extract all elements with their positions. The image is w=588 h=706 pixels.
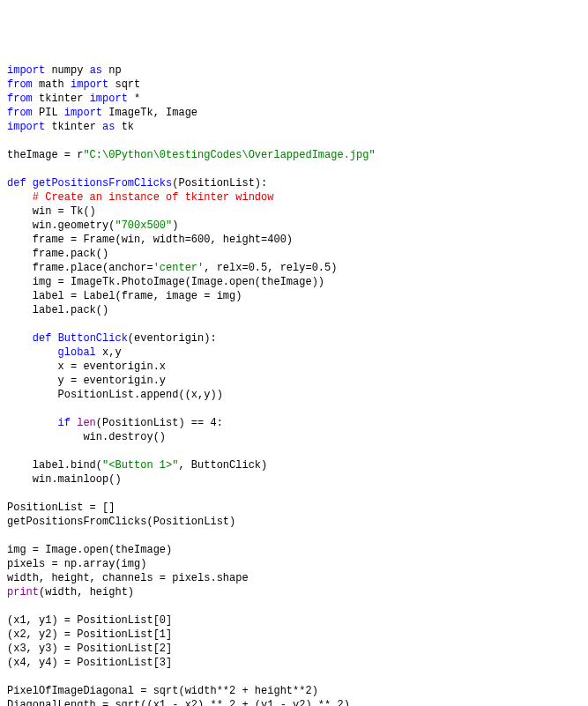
tok: y = eventorigin.y [58, 375, 166, 387]
code-line: DiagonalLength = sqrt((x1 - x2) ** 2 + (… [7, 699, 350, 706]
builtin-len: len [77, 417, 96, 429]
tok: tkinter [51, 121, 95, 133]
tok: sqrt [115, 78, 140, 91]
tok: x = eventorigin.x [58, 360, 166, 373]
tok: pixels = np.array(img) [7, 558, 146, 570]
tok: numpy [51, 64, 83, 77]
tok: frame.place(anchor= [33, 262, 153, 274]
kw-import: import [7, 64, 45, 77]
code-line: PositionList.append((x,y)) [7, 389, 223, 401]
code-line: PixelOfImageDiagonal = sqrt(width**2 + h… [7, 685, 318, 697]
code-line: x = eventorigin.x [7, 360, 166, 373]
tok: (width, height) [39, 586, 134, 598]
code-line: print(width, height) [7, 586, 134, 598]
tok: label.pack() [33, 304, 108, 316]
kw-if: if [58, 417, 71, 429]
code-line: from PIL import ImageTk, Image [7, 107, 197, 119]
code-line: (x4, y4) = PositionList[3] [7, 657, 172, 669]
code-line: win.mainloop() [7, 473, 122, 486]
tok: frame = Frame(win, width=600, height=400… [33, 234, 293, 246]
tok: tk [122, 121, 134, 133]
code-line: win.geometry("700x500") [7, 219, 178, 232]
code-line: from tkinter import * [7, 93, 140, 105]
kw-global: global [58, 346, 96, 359]
tok: , relx=0.5, rely=0.5) [204, 262, 337, 274]
kw-import: import [90, 93, 128, 105]
tok: ) [172, 219, 178, 232]
code-line: def ButtonClick(eventorigin): [7, 332, 217, 345]
fn-name: getPositionsFromClicks [33, 177, 172, 190]
comment: # Create an instance of tkinter window [33, 191, 274, 204]
code-line: win.destroy() [7, 431, 166, 443]
code-line: from math import sqrt [7, 78, 140, 91]
code-line: frame.place(anchor='center', relx=0.5, r… [7, 262, 337, 274]
code-line: img = Image.open(theImage) [7, 544, 172, 556]
code-line: (x1, y1) = PositionList[0] [7, 614, 172, 627]
tok: PIL [39, 107, 58, 119]
code-line: (x3, y3) = PositionList[2] [7, 643, 172, 655]
builtin-print: print [7, 586, 39, 598]
code-line: import tkinter as tk [7, 121, 134, 133]
string-literal: "C:\0Python\0testingCodes\OverlappedImag… [83, 149, 375, 161]
fn-name: ButtonClick [58, 332, 128, 345]
code-line: frame = Frame(win, width=600, height=400… [7, 234, 293, 246]
tok: (eventorigin): [128, 332, 217, 345]
kw-as: as [102, 121, 115, 133]
tok: , ButtonClick) [178, 459, 267, 472]
code-line: PositionList = [] [7, 502, 115, 514]
code-line: label = Label(frame, image = img) [7, 290, 242, 302]
code-block: import numpy as np from math import sqrt… [7, 63, 581, 706]
tok: DiagonalLength = sqrt((x1 - x2) ** 2 + (… [7, 699, 350, 706]
code-line: pixels = np.array(img) [7, 558, 146, 570]
code-line: label.bind("<Button 1>", ButtonClick) [7, 459, 267, 472]
kw-from: from [7, 78, 33, 91]
kw-import: import [71, 78, 108, 91]
kw-import: import [7, 121, 45, 133]
tok: PositionList = [] [7, 502, 115, 514]
tok: getPositionsFromClicks(PositionList) [7, 516, 235, 528]
tok: ImageTk, Image [108, 107, 197, 119]
code-line: # Create an instance of tkinter window [7, 191, 273, 204]
code-line: width, height, channels = pixels.shape [7, 572, 249, 584]
kw-import: import [64, 107, 102, 119]
tok: label.bind( [33, 459, 102, 472]
code-line: getPositionsFromClicks(PositionList) [7, 516, 235, 528]
tok: PixelOfImageDiagonal = sqrt(width**2 + h… [7, 685, 318, 697]
code-line: def getPositionsFromClicks(PositionList)… [7, 177, 267, 190]
tok: img = Image.open(theImage) [7, 544, 172, 556]
kw-from: from [7, 93, 33, 105]
tok: (x4, y4) = PositionList[3] [7, 657, 172, 669]
tok: tkinter [39, 93, 83, 105]
code-line: import numpy as np [7, 64, 122, 77]
code-line: label.pack() [7, 304, 108, 316]
tok: (PositionList) == 4: [96, 417, 223, 429]
tok: (x3, y3) = PositionList[2] [7, 643, 172, 655]
tok: win.destroy() [83, 431, 166, 443]
kw-as: as [90, 64, 102, 77]
tok: np [108, 64, 121, 77]
code-line: theImage = r"C:\0Python\0testingCodes\Ov… [7, 149, 376, 161]
tok: frame.pack() [33, 248, 108, 260]
tok: win.mainloop() [33, 473, 122, 486]
tok: x,y [96, 346, 122, 359]
string-literal: 'center' [153, 262, 205, 274]
code-line: y = eventorigin.y [7, 375, 166, 387]
tok: width, height, channels = pixels.shape [7, 572, 249, 584]
tok: win.geometry( [33, 219, 115, 232]
tok: label = Label(frame, image = img) [33, 290, 242, 302]
tok: PositionList.append((x,y)) [58, 389, 223, 401]
kw-def: def [33, 332, 52, 345]
tok: * [134, 93, 140, 105]
kw-def: def [7, 177, 26, 190]
string-literal: "700x500" [115, 219, 172, 232]
code-line: img = ImageTk.PhotoImage(Image.open(theI… [7, 276, 324, 288]
code-line: frame.pack() [7, 248, 108, 260]
tok: theImage = [7, 149, 77, 161]
string-literal: "<Button 1>" [102, 459, 178, 472]
code-line: (x2, y2) = PositionList[1] [7, 628, 172, 641]
kw-from: from [7, 107, 33, 119]
tok: win = Tk() [33, 205, 96, 218]
code-line: global x,y [7, 346, 122, 359]
tok: math [39, 78, 64, 91]
code-line: win = Tk() [7, 205, 96, 218]
